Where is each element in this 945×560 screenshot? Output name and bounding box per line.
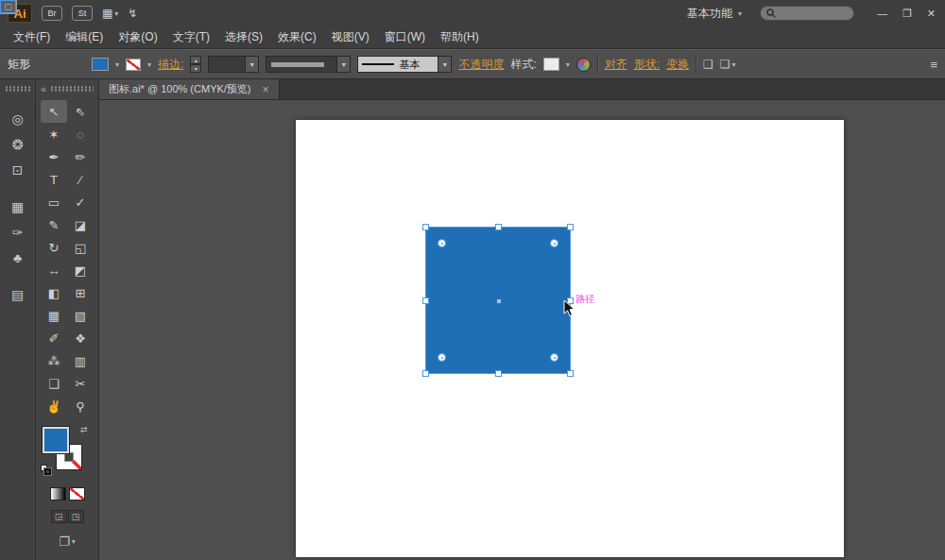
pencil-tool[interactable]: ✎ [41,213,67,236]
selection-handle[interactable] [495,370,502,377]
pen-tool[interactable]: ✒ [41,145,67,168]
color-panel-icon[interactable]: ◎ [3,106,33,131]
default-fill-stroke-icon[interactable] [41,465,52,475]
recolor-artwork-icon[interactable] [576,58,591,72]
direct-selection-tool[interactable]: ⇖ [67,100,94,123]
chevron-down-icon[interactable]: ▾ [147,60,151,69]
draw-inside-mode[interactable]: ◳ [68,510,84,523]
search-input[interactable] [780,8,848,19]
chevron-down-icon[interactable]: ▾ [438,57,451,72]
menu-type[interactable]: 文字(T) [165,26,217,48]
type-tool[interactable]: T [41,168,67,191]
none-button[interactable] [69,487,85,501]
arrange-documents-button[interactable]: ▦ ▾ [102,7,118,20]
selection-handle[interactable] [495,224,502,230]
style-swatch[interactable] [543,58,559,71]
magic-wand-tool[interactable]: ✶ [41,123,67,145]
gradient-tool[interactable]: ▧ [67,304,94,327]
transform-link[interactable]: 变换 [666,57,689,73]
brushes-panel-icon[interactable]: ✑ [3,219,33,245]
menu-view[interactable]: 视图(V) [324,26,377,48]
stepper-down-icon[interactable]: ▾ [190,64,201,73]
selection-handle[interactable] [422,370,429,377]
opacity-link[interactable]: 不透明度 [458,57,504,73]
free-transform-tool[interactable]: ◩ [67,259,94,281]
blue-rectangle-shape[interactable] [425,227,571,374]
shape-link[interactable]: 形状: [634,57,660,73]
width-profile-dropdown[interactable]: ▾ [266,56,351,73]
selection-tool[interactable]: ↖ [41,100,67,123]
cs-services-button[interactable]: ↯ [128,7,137,20]
fill-indicator[interactable] [43,427,69,453]
bridge-button[interactable]: Br [42,6,62,21]
draw-behind-mode[interactable]: ◲ [51,510,67,523]
menu-effect[interactable]: 效果(C) [270,26,324,48]
eyedropper-tool[interactable]: ✐ [41,327,67,349]
brush-definition-dropdown[interactable]: 基本 ▾ [357,56,452,73]
menu-object[interactable]: 对象(O) [111,26,164,48]
menu-edit[interactable]: 编辑(E) [58,26,111,48]
swap-fill-stroke-icon[interactable]: ⇄ [80,425,88,434]
stroke-link[interactable]: 描边: [158,57,183,73]
panel-drag-handle[interactable] [5,86,30,92]
line-segment-tool[interactable]: ∕ [67,168,94,191]
stroke-color-swatch[interactable] [126,59,141,71]
hand-tool[interactable]: ✌ [41,395,67,417]
collapse-tools-icon[interactable]: « [41,84,46,94]
fill-color-swatch[interactable] [92,58,109,71]
symbols-panel-icon[interactable]: ♣ [3,245,33,270]
screen-mode-button[interactable]: ❐ ▾ [59,535,76,549]
appearance-panel-icon[interactable]: ❂ [3,131,33,157]
artboard-tool[interactable]: ❑ [41,372,67,395]
chevron-down-icon[interactable]: ▾ [336,57,350,72]
perspective-grid-tool[interactable]: ⊞ [67,281,94,304]
document-tab[interactable]: 图标.ai* @ 100% (CMYK/预览) × [99,79,280,99]
search-field[interactable] [760,6,854,21]
rectangle-tool[interactable]: ▭ [41,191,67,213]
restore-button[interactable]: ❐ [902,8,912,20]
chevron-down-icon[interactable]: ▾ [115,60,119,69]
corner-widget[interactable] [550,353,558,362]
selection-handle[interactable] [567,224,574,230]
corner-widget[interactable] [438,353,446,362]
slice-tool[interactable]: ✂ [67,372,94,395]
paintbrush-tool[interactable]: ✓ [67,191,94,213]
mesh-tool[interactable]: ▦ [41,304,67,327]
panel-drag-handle[interactable] [50,86,94,92]
eraser-tool[interactable]: ◪ [67,213,94,236]
blend-tool[interactable]: ❖ [67,327,94,349]
workspace-switcher[interactable]: 基本功能 ▾ [679,3,750,25]
zoom-tool[interactable]: ⚲ [67,395,94,417]
swatches-panel-icon[interactable]: ▦ [3,194,33,219]
menu-window[interactable]: 窗口(W) [377,26,433,48]
stock-button[interactable]: St [72,6,93,21]
layers-panel-icon[interactable]: ▤ [3,281,33,307]
chevron-down-icon[interactable]: ▾ [245,57,258,72]
selection-handle[interactable] [422,297,429,304]
lasso-tool[interactable]: ◌ [67,123,94,145]
menu-file[interactable]: 文件(F) [6,26,58,48]
select-similar-button[interactable]: ❏ ▾ [720,58,736,71]
selection-handle[interactable] [567,370,574,377]
gradient-button[interactable] [50,487,66,501]
menu-help[interactable]: 帮助(H) [433,26,487,48]
chevron-down-icon[interactable]: ▾ [566,60,570,69]
symbol-sprayer-tool[interactable]: ⁂ [41,349,67,372]
close-button[interactable]: ✕ [927,8,936,20]
stroke-weight-combo[interactable]: ▾ [208,56,259,73]
column-graph-tool[interactable]: ▥ [67,349,94,372]
export-panel-icon[interactable]: ⊡ [3,157,33,182]
curvature-tool[interactable]: ✏ [67,145,94,168]
scale-tool[interactable]: ◱ [67,236,94,259]
width-tool[interactable]: ↔ [41,259,67,281]
rotate-tool[interactable]: ↻ [41,236,67,259]
minimize-button[interactable]: — [877,8,887,19]
isolate-object-button[interactable]: ❑ [703,58,713,71]
selection-handle[interactable] [422,224,429,230]
corner-widget[interactable] [550,239,558,247]
align-link[interactable]: 对齐 [605,57,627,73]
close-tab-icon[interactable]: × [263,83,269,96]
menu-select[interactable]: 选择(S) [217,26,270,48]
shape-builder-tool[interactable]: ◧ [41,281,67,304]
corner-widget[interactable] [438,239,446,247]
